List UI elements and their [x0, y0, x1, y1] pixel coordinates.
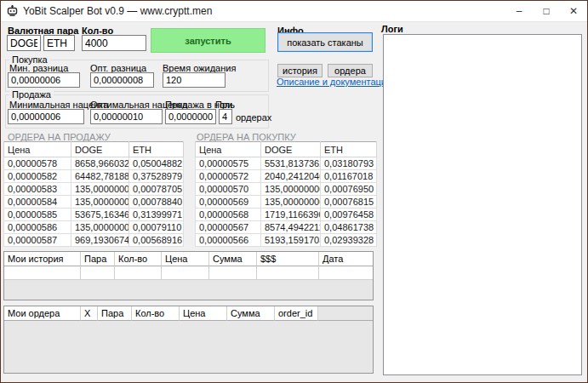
cell-eth: 0,37528979	[129, 170, 184, 183]
logs-title: Логи	[381, 24, 403, 34]
column-header[interactable]: Цена	[162, 252, 209, 266]
sell-group-title: Продажа	[9, 89, 54, 100]
cell-doge: 64482,78188468	[71, 170, 129, 183]
cell-doge: 2040,24120400	[261, 170, 321, 183]
logs-textarea[interactable]	[383, 34, 582, 375]
cell-eth: 0,31399971	[129, 209, 184, 221]
minimize-button[interactable]: –	[505, 1, 533, 21]
buy-orders-header-row: Цена DOGE ETH	[196, 142, 377, 157]
pair-base-input[interactable]	[7, 35, 41, 51]
table-row[interactable]: 0,000005665193,159170380,02939328	[196, 234, 377, 247]
column-header-doge[interactable]: DOGE	[71, 142, 129, 157]
min-diff-input[interactable]	[8, 72, 80, 88]
table-row[interactable]: 0,00000587969,193067430,00568916	[4, 234, 184, 247]
table-row[interactable]: 0,00000586135,000000000,00079110	[4, 221, 184, 234]
pair-quote-input[interactable]	[43, 35, 75, 51]
column-header[interactable]: Мои ордера	[4, 306, 81, 321]
maximize-button[interactable]: □	[533, 1, 560, 21]
orders-button[interactable]: ордера	[328, 64, 373, 77]
column-header[interactable]: $$$	[257, 252, 319, 266]
empty-cell	[209, 266, 257, 280]
empty-cell	[115, 266, 162, 280]
empty-cell	[4, 266, 81, 280]
cell-eth: 0,01167018	[321, 170, 377, 183]
column-header[interactable]: Кол-во	[115, 252, 162, 266]
start-button[interactable]: запустить	[151, 28, 265, 53]
column-header-eth[interactable]: ETH	[321, 142, 377, 157]
table-row[interactable]: 0,000005681719,116639020,00976458	[196, 209, 377, 221]
history-button[interactable]: история	[277, 64, 323, 77]
cell-eth: 0,00078840	[129, 196, 184, 209]
table-row[interactable]: 0,0000058553675,163466280,31399971	[4, 209, 184, 221]
cell-price: 0,00000568	[196, 209, 261, 221]
column-header-doge[interactable]: DOGE	[261, 142, 321, 157]
cell-eth: 0,05004882	[129, 157, 184, 170]
empty-cell	[257, 266, 319, 280]
column-header-price[interactable]: Цена	[4, 142, 71, 157]
column-header-price[interactable]: Цена	[196, 142, 261, 157]
cell-price: 0,00000587	[4, 234, 71, 247]
opt-diff-input[interactable]	[90, 72, 154, 88]
column-header[interactable]: Мои история	[4, 252, 81, 266]
cell-eth: 0,00076815	[321, 196, 377, 209]
sell-orders-header-row: Цена DOGE ETH	[4, 142, 184, 157]
table-row[interactable]: 0,00000570135,000000000,00076950	[196, 183, 377, 196]
cell-eth: 0,00976458	[321, 209, 377, 221]
column-header[interactable]: X	[81, 306, 98, 321]
cell-doge: 5193,15917038	[261, 234, 321, 247]
cell-price: 0,00000582	[4, 170, 71, 183]
cell-doge: 5531,81373627	[261, 157, 321, 170]
table-row[interactable]: 0,000005788658,966032770,05004882	[4, 157, 184, 170]
wait-time-input[interactable]	[163, 72, 225, 88]
column-header[interactable]: Пара	[98, 306, 132, 321]
column-header[interactable]: Дата	[319, 252, 373, 266]
docs-link[interactable]: Описание и документация	[277, 77, 391, 87]
cell-eth: 0,00078705	[129, 183, 184, 196]
column-header[interactable]: order_id	[275, 306, 318, 321]
cell-eth: 0,00568916	[129, 234, 184, 247]
column-header[interactable]: Цена	[180, 306, 227, 321]
table-row[interactable]: 0,00000569135,000000000,00076815	[196, 196, 377, 209]
close-button[interactable]: ✕	[560, 1, 587, 21]
cell-price: 0,00000566	[196, 234, 261, 247]
column-header-eth[interactable]: ETH	[129, 142, 184, 157]
table-row[interactable]: 0,0000058264482,781884680,37528979	[4, 170, 184, 183]
column-header[interactable]: Пара	[81, 252, 115, 266]
window-controls: – □ ✕	[505, 1, 587, 21]
zero-sell-input[interactable]	[165, 109, 216, 124]
cell-doge: 135,00000000	[71, 221, 129, 234]
cell-price: 0,00000569	[196, 196, 261, 209]
cell-doge: 8658,96603277	[71, 157, 129, 170]
min-markup-input[interactable]	[8, 109, 84, 124]
table-row[interactable]: 0,000005678574,494221110,04861738	[196, 221, 377, 234]
robot-app-icon	[7, 5, 18, 17]
empty-cell	[162, 266, 209, 280]
opt-markup-input[interactable]	[90, 109, 163, 124]
sell-orders-table: Цена DOGE ETH 0,000005788658,966032770,0…	[3, 141, 184, 247]
cell-price: 0,00000584	[4, 196, 71, 209]
table-row[interactable]: 0,000005755531,813736270,03180793	[196, 157, 377, 170]
cell-eth: 0,00076950	[321, 183, 377, 196]
my-history-empty-row[interactable]	[4, 266, 373, 280]
column-header[interactable]: Кол-во	[132, 306, 180, 321]
empty-cell	[319, 266, 373, 280]
cell-price: 0,00000583	[4, 183, 71, 196]
cell-doge: 135,00000000	[71, 196, 129, 209]
header-filler	[318, 306, 373, 321]
at-orders-input[interactable]	[219, 109, 232, 124]
qty-input[interactable]	[82, 35, 146, 51]
buy-orders-table: Цена DOGE ETH 0,000005755531,813736270,0…	[195, 141, 377, 247]
cell-price: 0,00000572	[196, 170, 261, 183]
show-orderbooks-button[interactable]: показать стаканы	[277, 32, 373, 52]
table-row[interactable]: 0,00000584135,000000000,00078840	[4, 196, 184, 209]
table-row[interactable]: 0,000005722040,241204000,01167018	[196, 170, 377, 183]
table-row[interactable]: 0,00000583135,000000000,00078705	[4, 183, 184, 196]
cell-price: 0,00000585	[4, 209, 71, 221]
my-history-header-row: Мои история Пара Кол-во Цена Сумма $$$ Д…	[4, 252, 373, 266]
my-orders-grid: Мои ордера X Пара Кол-во Цена Сумма orde…	[3, 306, 374, 374]
window-title: YoBit Scalper Bot v0.9 — www.cryptt.men	[23, 5, 212, 17]
column-header[interactable]: Сумма	[227, 306, 275, 321]
cell-doge: 8574,49422111	[261, 221, 321, 234]
column-header[interactable]: Сумма	[209, 252, 257, 266]
orders-word-label: ордерах	[236, 112, 271, 123]
